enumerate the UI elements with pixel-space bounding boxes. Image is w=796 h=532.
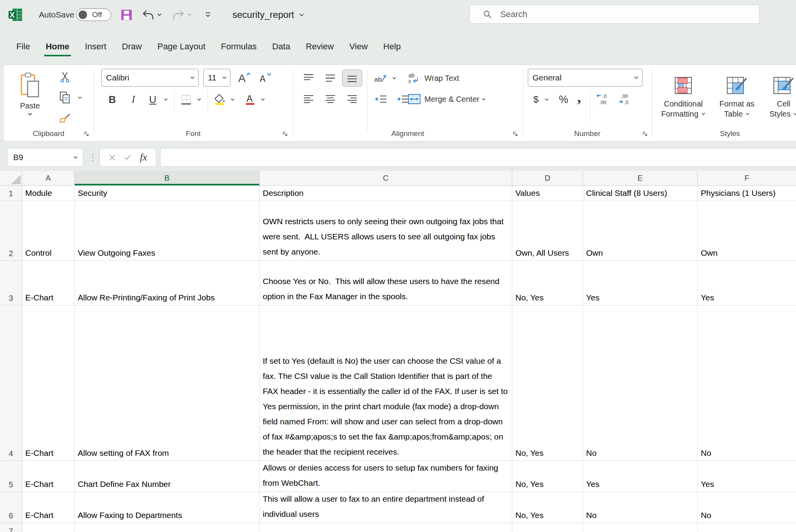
cell-d7[interactable] bbox=[512, 523, 583, 532]
paste-button[interactable]: Paste bbox=[10, 69, 49, 119]
copy-button[interactable] bbox=[57, 90, 73, 105]
copy-menu-chevron[interactable] bbox=[76, 93, 84, 102]
cell-e3[interactable]: Yes bbox=[583, 261, 698, 305]
cell-b5[interactable]: Chart Define Fax Number bbox=[75, 461, 260, 492]
insert-function-button[interactable]: fx bbox=[140, 152, 147, 163]
font-size-combobox[interactable]: 11 bbox=[203, 69, 230, 87]
enter-icon[interactable] bbox=[124, 154, 131, 160]
decrease-font-size-button[interactable]: A bbox=[256, 69, 274, 87]
cell-f2[interactable]: Own bbox=[698, 201, 796, 261]
cell-b2[interactable]: View Outgoing Faxes bbox=[75, 201, 260, 261]
cell-b6[interactable]: Allow Faxing to Departments bbox=[75, 492, 260, 523]
column-header-b[interactable]: B bbox=[75, 171, 260, 186]
orientation-menu-chevron[interactable] bbox=[389, 70, 399, 87]
cell-e7[interactable] bbox=[583, 523, 698, 532]
cell-a2[interactable]: Control bbox=[22, 201, 75, 261]
row-header-1[interactable]: 1 bbox=[0, 186, 22, 201]
row-header-5[interactable]: 5 bbox=[0, 461, 22, 492]
top-align-button[interactable] bbox=[298, 70, 319, 87]
cell-c4[interactable]: If set to Yes (default is No) the user c… bbox=[260, 305, 512, 461]
cell-e6[interactable]: No bbox=[583, 492, 698, 523]
redo-menu-chevron[interactable] bbox=[187, 0, 192, 30]
customize-quick-access-toolbar-button[interactable] bbox=[204, 0, 211, 30]
orientation-button[interactable]: ab bbox=[371, 70, 389, 87]
cut-button[interactable] bbox=[57, 70, 73, 85]
tab-draw[interactable]: Draw bbox=[114, 36, 150, 57]
undo-button[interactable] bbox=[142, 0, 154, 30]
accounting-format-button[interactable]: $ bbox=[530, 91, 542, 108]
underline-menu-chevron[interactable] bbox=[161, 91, 170, 108]
borders-menu-chevron[interactable] bbox=[194, 91, 204, 108]
format-as-table-button[interactable]: Format as Table bbox=[714, 68, 760, 126]
increase-font-size-button[interactable]: A bbox=[235, 69, 253, 87]
cell-a3[interactable]: E-Chart bbox=[22, 261, 75, 305]
select-all-button[interactable] bbox=[0, 171, 22, 186]
row-header-7[interactable]: 7 bbox=[0, 523, 22, 532]
merge-center-button[interactable]: Merge & Center bbox=[408, 91, 486, 108]
cell-b1[interactable]: Security bbox=[75, 186, 260, 201]
redo-button[interactable] bbox=[173, 0, 184, 30]
row-header-4[interactable]: 4 bbox=[0, 305, 22, 461]
cell-e4[interactable]: No bbox=[583, 305, 698, 461]
column-header-c[interactable]: C bbox=[260, 171, 512, 186]
bottom-align-button[interactable] bbox=[342, 70, 362, 87]
row-header-2[interactable]: 2 bbox=[0, 201, 22, 261]
font-color-menu-chevron[interactable] bbox=[258, 91, 267, 108]
font-name-combobox[interactable]: Calibri bbox=[101, 69, 199, 87]
column-header-a[interactable]: A bbox=[22, 171, 75, 186]
cell-e5[interactable]: Yes bbox=[583, 461, 698, 492]
decrease-indent-button[interactable] bbox=[371, 91, 391, 108]
name-box[interactable]: B9 bbox=[7, 148, 83, 167]
bold-button[interactable]: B bbox=[104, 91, 120, 108]
wrap-text-button[interactable]: ab c Wrap Text bbox=[408, 70, 459, 87]
autosave-toggle[interactable]: Off bbox=[76, 9, 111, 21]
undo-menu-chevron[interactable] bbox=[157, 0, 162, 30]
conditional-formatting-button[interactable]: Conditional Formatting bbox=[656, 68, 710, 126]
cell-d1[interactable]: Values bbox=[512, 186, 583, 201]
cell-d5[interactable]: No, Yes bbox=[512, 461, 583, 492]
column-header-f[interactable]: F bbox=[698, 171, 796, 186]
cell-a5[interactable]: E-Chart bbox=[22, 461, 75, 492]
fill-color-button[interactable] bbox=[211, 91, 228, 108]
cell-f7[interactable] bbox=[698, 523, 796, 532]
cell-f5[interactable]: Yes bbox=[698, 461, 796, 492]
column-header-e[interactable]: E bbox=[583, 171, 698, 186]
font-color-button[interactable]: A bbox=[242, 91, 258, 108]
tab-review[interactable]: Review bbox=[298, 36, 342, 57]
comma-style-button[interactable]: , bbox=[573, 88, 585, 106]
italic-button[interactable]: I bbox=[125, 91, 141, 108]
tab-data[interactable]: Data bbox=[264, 36, 298, 57]
number-format-combobox[interactable]: General bbox=[528, 69, 642, 87]
alignment-dialog-launcher[interactable] bbox=[512, 131, 518, 137]
formula-input[interactable] bbox=[160, 148, 796, 167]
borders-button[interactable] bbox=[178, 91, 194, 108]
cell-f6[interactable]: No bbox=[698, 492, 796, 523]
cell-a7[interactable] bbox=[22, 523, 75, 532]
cancel-icon[interactable] bbox=[109, 154, 115, 161]
row-header-6[interactable]: 6 bbox=[0, 492, 22, 523]
cell-d6[interactable]: No, Yes bbox=[512, 492, 583, 523]
fill-color-menu-chevron[interactable] bbox=[228, 91, 237, 108]
tab-help[interactable]: Help bbox=[375, 36, 408, 57]
cell-b7[interactable] bbox=[75, 523, 260, 532]
cell-a4[interactable]: E-Chart bbox=[22, 305, 75, 461]
middle-align-button[interactable] bbox=[320, 70, 340, 87]
align-right-button[interactable] bbox=[342, 91, 362, 108]
cell-a6[interactable]: E-Chart bbox=[22, 492, 75, 523]
format-painter-button[interactable] bbox=[57, 112, 73, 127]
align-left-button[interactable] bbox=[298, 91, 319, 108]
number-dialog-launcher[interactable] bbox=[642, 131, 648, 137]
workbook-title[interactable]: security_report bbox=[232, 0, 304, 30]
cell-f1[interactable]: Physicians (1 Users) bbox=[698, 186, 796, 201]
cell-c7[interactable] bbox=[260, 523, 512, 532]
increase-decimal-button[interactable]: .0 .00 bbox=[594, 91, 614, 108]
percent-style-button[interactable]: % bbox=[556, 91, 571, 108]
cell-c6[interactable]: This will allow a user to fax to an enti… bbox=[260, 492, 512, 523]
cell-styles-button[interactable]: Cell Styles bbox=[764, 68, 796, 126]
search-input[interactable] bbox=[500, 9, 733, 19]
center-button[interactable] bbox=[320, 91, 340, 108]
cell-c1[interactable]: Description bbox=[260, 186, 512, 201]
cell-a1[interactable]: Module bbox=[22, 186, 75, 201]
cell-c3[interactable]: Choose Yes or No. This will allow these … bbox=[260, 261, 512, 305]
underline-button[interactable]: U bbox=[145, 91, 161, 108]
